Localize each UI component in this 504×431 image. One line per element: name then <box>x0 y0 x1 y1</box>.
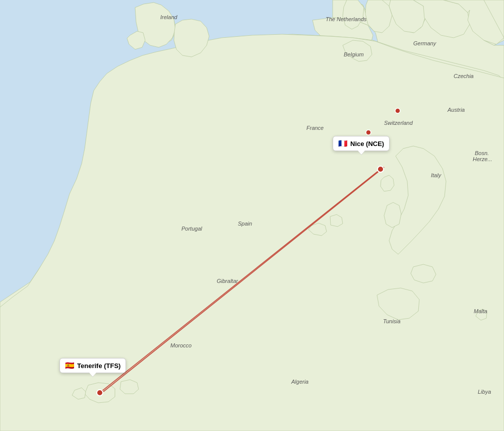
label-ireland: Ireland <box>160 14 178 20</box>
label-czechia: Czechia <box>454 73 474 79</box>
label-austria: Austria <box>447 107 465 113</box>
label-italy: Italy <box>431 172 442 178</box>
label-malta: Malta <box>474 308 487 314</box>
svg-point-3 <box>395 108 400 113</box>
map-svg: .land { fill: #e8efd8; stroke: #b8c9a0; … <box>0 0 504 431</box>
label-algeria: Algeria <box>291 379 308 385</box>
label-tunisia: Tunisia <box>383 318 401 324</box>
label-netherlands: The Netherlands <box>326 16 367 22</box>
label-belgium: Belgium <box>344 51 364 57</box>
svg-point-6 <box>97 390 103 396</box>
label-gibraltar: Gibraltar <box>217 278 239 284</box>
label-portugal: Portugal <box>181 226 203 232</box>
label-switzerland: Switzerland <box>384 120 413 126</box>
map-container: .land { fill: #e8efd8; stroke: #b8c9a0; … <box>0 0 504 431</box>
label-libya: Libya <box>478 389 491 395</box>
label-morocco: Morocco <box>170 342 192 348</box>
svg-point-5 <box>377 166 384 172</box>
label-herze: Herze... <box>473 156 492 162</box>
label-germany: Germany <box>413 40 437 46</box>
label-spain: Spain <box>238 221 252 227</box>
label-bosnia: Bosn. <box>475 150 489 156</box>
label-france: France <box>306 125 324 131</box>
svg-point-4 <box>366 130 371 135</box>
